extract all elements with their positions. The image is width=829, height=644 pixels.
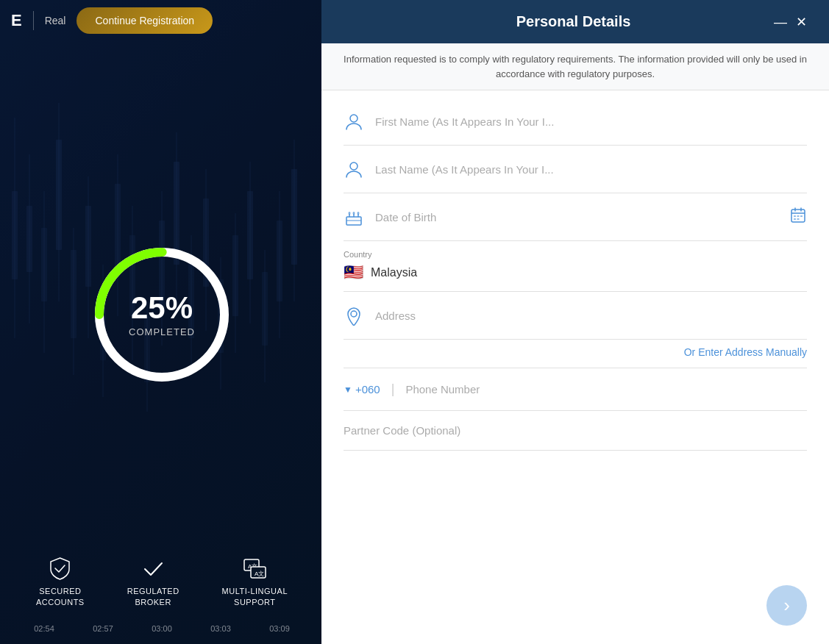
svg-point-49 — [350, 115, 357, 122]
time-label-3: 03:00 — [152, 624, 172, 633]
first-name-field — [344, 98, 807, 146]
birthday-cake-icon — [344, 207, 364, 227]
info-banner: Information requested is to comply with … — [321, 43, 829, 90]
svg-rect-63 — [794, 215, 796, 217]
modal-header: Personal Details — ✕ — [321, 0, 829, 43]
modal-title: Personal Details — [373, 13, 774, 30]
tab-real[interactable]: Real — [45, 15, 66, 26]
phone-prefix-selector[interactable]: ▼ +060 — [344, 383, 380, 396]
time-label-5: 03:09 — [269, 624, 290, 633]
form-area: Date of Birth Country 🇲🇾 — [321, 90, 829, 644]
date-of-birth-value[interactable]: Date of Birth — [375, 211, 778, 223]
location-pin-icon — [344, 305, 364, 326]
country-value: Malaysia — [371, 266, 417, 279]
multi-lingual-label: MULTI-LINGUALSUPPORT — [222, 586, 288, 607]
time-label-4: 03:03 — [210, 624, 231, 633]
svg-rect-33 — [247, 191, 253, 279]
svg-rect-37 — [277, 221, 282, 301]
phone-number-input[interactable] — [405, 383, 807, 396]
address-field — [344, 292, 807, 340]
date-of-birth-field: Date of Birth — [344, 193, 807, 241]
personal-details-modal: Personal Details — ✕ Information request… — [321, 0, 829, 644]
svg-text:文: 文 — [258, 570, 264, 577]
progress-circle: 25% COMPLETED — [88, 241, 235, 388]
secured-accounts-icon-item: SECUREDACCOUNTS — [36, 556, 85, 607]
svg-point-50 — [350, 162, 357, 170]
country-row[interactable]: 🇲🇾 Malaysia — [344, 263, 807, 282]
malaysia-flag: 🇲🇾 — [344, 263, 363, 282]
bottom-icons: SECUREDACCOUNTS REGULATEDBROKER A 文 A 文 … — [0, 556, 324, 607]
regulated-broker-label: REGULATEDBROKER — [127, 586, 179, 607]
svg-rect-64 — [797, 215, 800, 217]
progress-label: COMPLETED — [129, 326, 195, 337]
regulated-broker-icon-item: REGULATEDBROKER — [127, 556, 179, 607]
time-label-1: 02:54 — [34, 624, 54, 633]
progress-percent: 25% — [129, 293, 195, 323]
next-button[interactable]: › — [766, 585, 807, 626]
partner-code-field — [344, 411, 807, 451]
svg-rect-9 — [71, 250, 77, 338]
translate-icon: A 文 A 文 — [242, 556, 268, 582]
svg-rect-5 — [41, 228, 47, 301]
svg-rect-35 — [262, 272, 268, 346]
country-label: Country — [344, 250, 807, 259]
chevron-down-icon: ▼ — [344, 384, 352, 395]
first-name-input[interactable] — [375, 115, 807, 128]
secured-accounts-label: SECUREDACCOUNTS — [36, 586, 85, 607]
time-label-2: 02:57 — [93, 624, 113, 633]
svg-rect-67 — [797, 218, 800, 220]
calendar-icon[interactable] — [789, 207, 807, 227]
address-input[interactable] — [375, 310, 807, 322]
progress-container: 25% COMPLETED — [88, 241, 235, 388]
svg-rect-1 — [12, 191, 18, 279]
svg-rect-66 — [794, 218, 796, 220]
checkmark-icon — [140, 556, 166, 582]
person-icon-last — [344, 159, 364, 179]
left-panel: E Real Continue Registration 25% COMPLET… — [0, 0, 324, 644]
svg-rect-65 — [800, 215, 803, 217]
logo: E — [11, 11, 34, 30]
progress-text: 25% COMPLETED — [129, 293, 195, 337]
svg-point-56 — [349, 212, 351, 215]
enter-address-manually-link[interactable]: Or Enter Address Manually — [684, 346, 807, 358]
manual-address-section: Or Enter Address Manually — [344, 340, 807, 368]
svg-point-57 — [353, 212, 355, 215]
phone-divider: | — [391, 382, 395, 397]
country-field: Country 🇲🇾 Malaysia — [344, 241, 807, 292]
top-bar: E Real Continue Registration — [0, 0, 324, 40]
svg-point-68 — [351, 311, 357, 317]
svg-rect-3 — [26, 206, 32, 272]
continue-registration-button[interactable]: Continue Registration — [77, 7, 213, 34]
demo-real-tabs: Real — [45, 15, 66, 26]
close-button[interactable]: ✕ — [796, 15, 807, 29]
svg-rect-39 — [291, 169, 297, 265]
next-arrow-icon: › — [783, 594, 790, 617]
svg-rect-7 — [56, 140, 62, 250]
time-bar: 02:54 02:57 03:00 03:03 03:09 — [0, 624, 324, 633]
last-name-input[interactable] — [375, 163, 807, 176]
partner-code-input[interactable] — [344, 424, 807, 437]
shield-icon — [47, 556, 73, 582]
multi-lingual-icon-item: A 文 A 文 MULTI-LINGUALSUPPORT — [222, 556, 288, 607]
last-name-field — [344, 146, 807, 193]
minimize-button[interactable]: — — [774, 15, 787, 29]
modal-controls: — ✕ — [774, 15, 807, 29]
phone-prefix: +060 — [355, 383, 380, 396]
person-icon-first — [344, 111, 364, 132]
svg-point-58 — [357, 212, 360, 215]
phone-field: ▼ +060 | — [344, 368, 807, 411]
